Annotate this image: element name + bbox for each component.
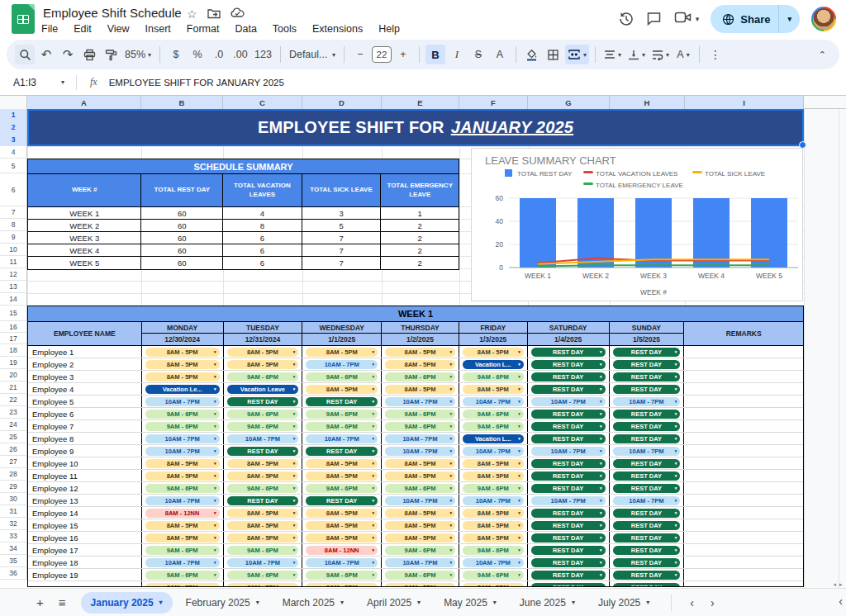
shift-chip-dropdown[interactable]: 8AM - 5PM▾ [463,521,524,530]
increase-decimals-button[interactable]: .00 [231,45,250,64]
shift-cell[interactable]: REST DAY▾ [610,433,685,444]
add-sheet-button[interactable]: + [36,595,44,609]
cloud-status-icon[interactable] [231,7,245,21]
row-header-29[interactable]: 29 [0,481,27,493]
shift-cell[interactable]: 10AM - 7PM▾ [382,557,459,568]
shift-chip-dropdown[interactable]: 8AM - 12NN▾ [145,509,220,518]
move-to-folder-icon[interactable] [207,7,221,21]
shift-chip-dropdown[interactable]: 10AM - 7PM▾ [385,496,455,505]
more-toolbar-button[interactable]: ⋮ [706,45,725,64]
shift-chip-dropdown[interactable]: REST DAY▾ [531,558,606,567]
shift-cell[interactable]: 8AM - 5PM▾ [459,519,528,531]
shift-cell[interactable]: REST DAY▾ [610,557,685,568]
shift-chip-dropdown[interactable]: 9AM - 6PM▾ [385,484,455,493]
shift-chip-dropdown[interactable]: REST DAY▾ [613,422,681,431]
shift-cell[interactable]: REST DAY▾ [528,408,610,419]
shift-chip-dropdown[interactable]: 9AM - 6PM▾ [227,410,299,419]
shift-chip-dropdown[interactable]: 10AM - 7PM▾ [531,397,606,406]
shift-chip-dropdown[interactable]: 8AM - 5PM▾ [306,385,378,394]
shift-cell[interactable]: Vacation L...▾ [459,358,528,370]
shift-chip-dropdown[interactable]: 9AM - 6PM▾ [463,571,524,580]
more-formats-button[interactable]: 123 [252,45,274,64]
row-header-15[interactable]: 15 [0,306,27,321]
row-header-11[interactable]: 11 [0,256,27,268]
leave-summary-chart[interactable]: LEAVE SUMMARY CHARTTOTAL REST DAYTOTAL V… [471,148,803,301]
shift-chip-dropdown[interactable]: 8AM - 5PM▾ [145,471,220,481]
row-header-4[interactable]: 4 [0,146,27,159]
shift-chip-dropdown[interactable]: 9AM - 6PM▾ [227,484,299,493]
shift-chip-dropdown[interactable]: 8AM - 5PM▾ [385,533,455,543]
shift-cell[interactable]: REST DAY▾ [528,519,610,531]
shift-cell[interactable]: REST DAY▾ [528,470,610,481]
shift-chip-dropdown[interactable]: REST DAY▾ [531,459,606,468]
shift-cell[interactable]: REST DAY▾ [610,346,685,358]
shift-cell[interactable]: 9AM - 6PM▾ [224,420,303,432]
shift-cell[interactable]: 8AM - 5PM▾ [459,346,528,358]
shift-cell[interactable]: 8AM - 5PM▾ [459,470,528,481]
shift-cell[interactable]: REST DAY▾ [224,445,303,457]
row-header-3[interactable]: 3 [0,134,27,146]
shift-cell[interactable]: Vacation L...▾ [459,433,528,444]
menu-extensions[interactable]: Extensions [312,23,363,35]
shift-chip-dropdown[interactable]: REST DAY▾ [531,434,606,443]
row-header-7[interactable]: 7 [0,206,27,219]
shift-cell[interactable]: 10AM - 7PM▾ [302,433,382,444]
column-header-D[interactable]: D [302,96,382,109]
shift-chip-dropdown[interactable]: 10AM - 7PM▾ [531,496,606,505]
shift-cell[interactable]: 8AM - 5PM▾ [302,383,382,395]
shift-cell[interactable]: 10AM - 7PM▾ [459,495,528,506]
shift-chip-dropdown[interactable]: 10AM - 7PM▾ [531,447,606,456]
menu-tools[interactable]: Tools [273,23,297,35]
remarks-cell[interactable] [684,495,803,506]
shift-cell[interactable]: REST DAY▾ [528,557,610,568]
shift-chip-dropdown[interactable]: 8AM - 5PM▾ [145,372,220,381]
shift-cell[interactable]: 10AM - 7PM▾ [459,396,528,407]
shift-cell[interactable]: 8AM - 5PM▾ [142,371,224,382]
sheet-tab-january-2025[interactable]: January 2025▾ [81,592,173,614]
shift-cell[interactable]: 10AM - 7PM▾ [382,433,459,444]
shift-cell[interactable]: 9AM - 6PM▾ [382,420,459,432]
shift-cell[interactable]: 8AM - 5PM▾ [224,507,303,519]
shift-cell[interactable]: REST DAY▾ [610,482,685,494]
shift-chip-dropdown[interactable]: 9AM - 6PM▾ [463,422,524,431]
remarks-cell[interactable] [684,408,803,419]
shift-chip-dropdown[interactable]: 8AM - 5PM▾ [306,471,378,481]
shift-cell[interactable]: 9AM - 6PM▾ [224,408,303,419]
shift-chip-dropdown[interactable]: REST DAY▾ [531,372,606,381]
row-header-6[interactable]: 6 [0,173,27,206]
row-header-8[interactable]: 8 [0,219,27,231]
shift-cell[interactable]: 9AM - 6PM▾ [142,544,224,556]
shift-chip-dropdown[interactable]: REST DAY▾ [613,533,681,543]
shift-cell[interactable]: REST DAY▾ [610,507,685,519]
hide-menus-button[interactable]: ⌃ [819,50,826,60]
shift-cell[interactable]: 10AM - 7PM▾ [382,396,459,407]
all-sheets-button[interactable]: ≡ [59,595,66,609]
shift-cell[interactable]: 9AM - 6PM▾ [224,482,303,494]
row-header-23[interactable]: 23 [0,406,27,419]
remarks-cell[interactable] [684,581,803,586]
undo-button[interactable]: ↶ [36,45,56,64]
shift-cell[interactable]: 9AM - 6PM▾ [302,569,382,580]
shift-chip-dropdown[interactable]: REST DAY▾ [531,521,606,530]
shift-cell[interactable]: 10AM - 7PM▾ [528,495,610,506]
shift-cell[interactable]: 8AM - 5PM▾ [382,581,459,586]
title-banner-cell[interactable]: EMPLOYEE SHIFT FOR JANUARY 2025 [27,109,804,146]
shift-cell[interactable]: 8AM - 5PM▾ [142,358,224,370]
shift-chip-dropdown[interactable]: REST DAY▾ [531,484,606,493]
shift-chip-dropdown[interactable]: 9AM - 6PM▾ [145,410,220,419]
shift-cell[interactable]: 9AM - 6PM▾ [382,408,459,419]
sheet-tab-dropdown-icon[interactable]: ▾ [256,599,259,606]
video-call-dropdown-icon[interactable]: ▾ [696,15,700,23]
shift-cell[interactable]: REST DAY▾ [528,457,610,469]
column-header-H[interactable]: H [610,96,685,109]
shift-cell[interactable]: 9AM - 6PM▾ [224,544,303,556]
shift-cell[interactable]: 10AM - 7PM▾ [610,396,685,407]
shift-chip-dropdown[interactable]: REST DAY▾ [613,546,681,555]
increase-font-size-button[interactable]: + [393,45,413,64]
bar-WEEK 1[interactable] [520,198,556,268]
row-header-28[interactable]: 28 [0,468,27,481]
shift-chip-dropdown[interactable]: 8AM - 5PM▾ [385,360,455,369]
name-box[interactable]: A1:I3▾ [0,77,71,88]
shift-chip-dropdown[interactable]: Vacation L...▾ [463,434,524,443]
row-header-19[interactable]: 19 [0,357,27,369]
